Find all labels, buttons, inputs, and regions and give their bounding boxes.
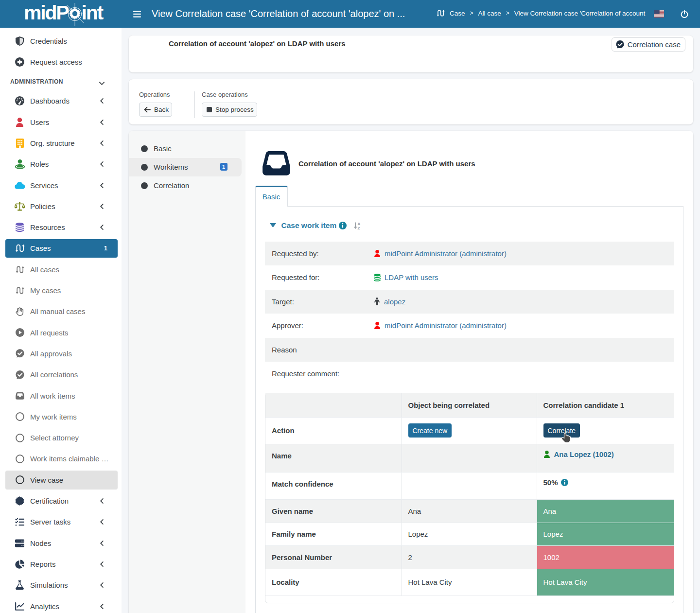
svg-text:Z: Z xyxy=(358,226,360,230)
